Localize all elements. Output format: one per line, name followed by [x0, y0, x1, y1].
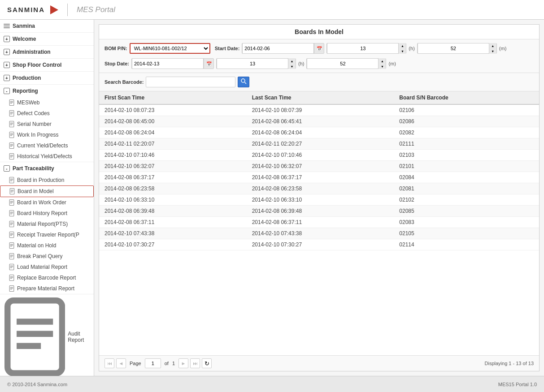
- brand-logo: [50, 5, 58, 14]
- sidebar-item-part-traceability[interactable]: - Part Traceability: [0, 162, 94, 175]
- cell-first-scan: 2014-02-08 06:37:17: [99, 172, 247, 183]
- sidebar-sub-item-load-material[interactable]: Load Material Report: [0, 262, 94, 272]
- start-date-label: Start Date:: [215, 46, 240, 51]
- start-min-down[interactable]: ▼: [489, 48, 496, 54]
- sidebar-section-part-traceability: - Part Traceability Board in Production …: [0, 162, 94, 294]
- cell-last-scan: 2014-02-08 06:24:04: [247, 127, 394, 138]
- cell-barcode: 02086: [394, 116, 539, 127]
- cell-last-scan: 2014-02-08 06:39:48: [247, 206, 394, 217]
- cell-barcode: 02114: [394, 239, 539, 250]
- search-toolbar: Search Barcode:: [99, 73, 539, 91]
- sidebar-production-label: Production: [13, 75, 41, 81]
- sidebar-sub-item-board-in-work-order[interactable]: Board in Work Order: [0, 197, 94, 208]
- search-barcode-input[interactable]: [146, 77, 235, 87]
- cell-barcode: 02111: [394, 138, 539, 150]
- start-min-input[interactable]: [418, 43, 489, 54]
- stop-hour-input[interactable]: [217, 58, 288, 69]
- sidebar-item-reporting[interactable]: - Reporting: [0, 85, 94, 97]
- start-date-calendar-btn[interactable]: 📅: [314, 43, 324, 53]
- sidebar-sub-item-replace-barcode[interactable]: Replace Barcode Report: [0, 272, 94, 283]
- work-in-progress-label: Work In Progress: [17, 132, 58, 138]
- doc-icon: [9, 132, 14, 138]
- stop-date-calendar-btn[interactable]: 📅: [204, 59, 213, 69]
- board-in-production-label: Board in Production: [17, 177, 64, 183]
- stop-min-spin: ▲ ▼: [306, 58, 386, 69]
- start-hour-input[interactable]: [327, 43, 399, 54]
- start-min-spin: ▲ ▼: [417, 43, 497, 54]
- stop-date-input[interactable]: [132, 58, 204, 69]
- sidebar-sub-item-material-on-hold[interactable]: Material on Hold: [0, 240, 94, 251]
- sidebar-sub-item-board-in-production[interactable]: Board in Production: [0, 175, 94, 185]
- cell-barcode: 02083: [394, 217, 539, 228]
- pag-page-input[interactable]: [145, 358, 161, 368]
- stop-min-down[interactable]: ▼: [379, 64, 386, 69]
- panel-title-text: Boards In Model: [295, 28, 344, 35]
- sidebar-sub-item-work-in-progress[interactable]: Work In Progress: [0, 129, 94, 140]
- start-date-input[interactable]: [242, 43, 314, 54]
- sidebar-sub-item-receipt-traveler[interactable]: Receipt Traveler Report(P: [0, 229, 94, 240]
- table-header-row: First Scan Time Last Scan Time Board S/N…: [99, 91, 539, 104]
- start-hour-down[interactable]: ▼: [399, 48, 406, 54]
- sidebar-sub-item-defect-codes[interactable]: Defect Codes: [0, 108, 94, 119]
- stop-hour-spinbtns: ▲ ▼: [288, 58, 296, 69]
- pag-last-btn[interactable]: ⏭: [190, 358, 200, 368]
- stop-date-input-group: 📅: [131, 58, 214, 69]
- sidebar-section-sanmina: Sanmina: [0, 20, 94, 33]
- cell-last-scan: 2014-02-10 06:32:07: [247, 161, 394, 172]
- brand-name: SANMINA: [7, 6, 45, 13]
- prepare-material-label: Prepare Material Report: [17, 285, 74, 292]
- cell-last-scan: 2014-02-10 08:07:39: [247, 104, 394, 116]
- start-hour-spin: ▲ ▼: [326, 43, 406, 54]
- sidebar-sub-item-break-panel[interactable]: Break Panel Query: [0, 251, 94, 262]
- start-min-up[interactable]: ▲: [489, 43, 496, 48]
- table-row: 2014-02-10 07:30:27 2014-02-10 07:30:27 …: [99, 239, 539, 250]
- pag-prev-btn[interactable]: ◄: [116, 358, 126, 368]
- sidebar-welcome-label: Welcome: [13, 36, 36, 42]
- welcome-expand-icon: +: [4, 36, 10, 42]
- pag-refresh-btn[interactable]: ↻: [202, 358, 212, 368]
- start-min-unit: (m): [499, 46, 507, 51]
- start-hour-up[interactable]: ▲: [399, 43, 406, 48]
- sidebar-sub-item-board-in-model[interactable]: Board in Model: [0, 185, 94, 197]
- sidebar-item-shop-floor[interactable]: + Shop Floor Control: [0, 59, 94, 71]
- sidebar-sub-item-mesweb[interactable]: MESWeb: [0, 97, 94, 108]
- stop-hour-down[interactable]: ▼: [288, 64, 296, 69]
- stop-hour-up[interactable]: ▲: [288, 58, 296, 64]
- doc-icon: [9, 253, 14, 259]
- sidebar-item-welcome[interactable]: + Welcome: [0, 33, 94, 45]
- bom-select[interactable]: WL-MIN610-081-002/12: [130, 43, 210, 54]
- search-barcode-group: Search Barcode:: [104, 77, 249, 87]
- stop-min-up[interactable]: ▲: [379, 58, 386, 64]
- sidebar-sub-item-material-report[interactable]: Material Report(PTS): [0, 219, 94, 229]
- search-button[interactable]: [238, 77, 249, 87]
- table-row: 2014-02-10 06:33:10 2014-02-10 06:33:10 …: [99, 194, 539, 206]
- sidebar-item-sanmina[interactable]: Sanmina: [0, 20, 94, 32]
- svg-point-72: [241, 79, 245, 82]
- sidebar-sub-item-board-history[interactable]: Board History Report: [0, 208, 94, 219]
- table-row: 2014-02-10 08:07:23 2014-02-10 08:07:39 …: [99, 104, 539, 116]
- cell-barcode: 02085: [394, 206, 539, 217]
- stop-hour-unit: (h): [298, 61, 304, 66]
- sidebar-section-production: + Production: [0, 72, 94, 85]
- sidebar-sub-item-current-yield[interactable]: Current Yield/Defects: [0, 140, 94, 151]
- sidebar-sub-item-prepare-material[interactable]: Prepare Material Report: [0, 283, 94, 294]
- sidebar-item-administration[interactable]: + Administration: [0, 46, 94, 58]
- table-row: 2014-02-11 02:20:07 2014-02-11 02:20:27 …: [99, 138, 539, 150]
- sidebar-item-production[interactable]: + Production: [0, 72, 94, 84]
- doc-icon: [9, 99, 14, 106]
- sidebar-section-administration: + Administration: [0, 46, 94, 59]
- sidebar-item-audit[interactable]: Audit Report: [0, 294, 94, 376]
- filter-toolbar: BOM P/N: WL-MIN610-081-002/12 Start Date…: [99, 39, 539, 73]
- stop-min-input[interactable]: [307, 58, 379, 69]
- cell-barcode: 02082: [394, 127, 539, 138]
- sidebar-sub-item-historical-yield[interactable]: Historical Yield/Defects: [0, 151, 94, 162]
- pag-total-pages: 1: [172, 361, 175, 366]
- sidebar-sub-item-serial-number[interactable]: Serial Number: [0, 119, 94, 129]
- material-on-hold-label: Material on Hold: [17, 242, 56, 249]
- cell-barcode: 02105: [394, 228, 539, 239]
- pag-next-btn[interactable]: ►: [178, 358, 188, 368]
- doc-icon: [9, 232, 14, 238]
- pag-first-btn[interactable]: ⏮: [104, 358, 114, 368]
- pagination-controls: ⏮ ◄ Page of 1 ► ⏭ ↻: [104, 358, 212, 368]
- receipt-traveler-label: Receipt Traveler Report(P: [17, 232, 79, 238]
